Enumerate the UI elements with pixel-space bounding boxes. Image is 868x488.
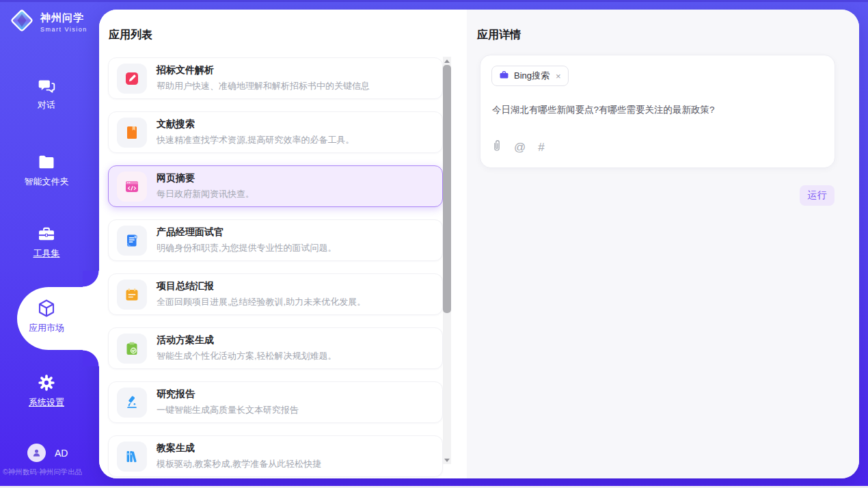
app-item-name: 产品经理面试官: [157, 226, 337, 239]
webpage-code-icon: [117, 172, 147, 202]
main-content-card: 应用列表 招标文件解析 帮助用户快速、准确地理解和解析招标书中的关键信息: [99, 10, 859, 478]
app-item-desc: 快速精准查找学术资源,提高研究效率的必备工具。: [157, 134, 355, 146]
app-item-name: 招标文件解析: [157, 64, 370, 77]
brand-diamond-icon: [9, 8, 35, 36]
app-list-title: 应用列表: [109, 28, 152, 42]
run-button[interactable]: 运行: [800, 185, 835, 206]
scroll-up-button[interactable]: [443, 57, 451, 65]
tag-close-icon[interactable]: ×: [556, 71, 561, 81]
app-window: 神州问学 Smart Vision 对话 智能文件夹: [0, 0, 868, 488]
user-account[interactable]: AD: [27, 444, 68, 462]
app-item-name: 研究报告: [157, 388, 299, 401]
brand-name: 神州问学: [40, 12, 87, 25]
sidebar-item-label: 智能文件夹: [0, 176, 93, 188]
sidebar-item-chat[interactable]: 对话: [0, 75, 93, 111]
composer-toolbar: @ #: [492, 139, 545, 155]
topic-icon[interactable]: #: [538, 141, 544, 153]
books-icon: [117, 442, 147, 472]
app-item-desc: 一键智能生成高质量长文本研究报告: [157, 404, 299, 416]
interview-doc-icon: [117, 226, 147, 256]
app-item-event-plan-generator[interactable]: 活动方案生成 智能生成个性化活动方案,轻松解决规划难题。: [108, 327, 443, 369]
app-detail-pane: 应用详情 Bing搜索 × 今日湖北有哪些新闻要点?有哪些需要关注的最新政策?: [467, 10, 859, 478]
prompt-text[interactable]: 今日湖北有哪些新闻要点?有哪些需要关注的最新政策?: [492, 103, 822, 117]
tool-tag-bing-search[interactable]: Bing搜索 ×: [491, 66, 569, 86]
sidebar-item-label: 对话: [0, 99, 93, 111]
app-item-name: 文献搜索: [157, 118, 355, 131]
brand-subtitle: Smart Vision: [40, 26, 87, 33]
mention-icon[interactable]: @: [514, 141, 526, 153]
folder-icon: [0, 152, 93, 172]
app-item-lesson-plan-generator[interactable]: 教案生成 模板驱动,教案秒成,教学准备从此轻松快捷: [108, 435, 443, 477]
app-item-webpage-summary[interactable]: 网页摘要 每日政府新闻资讯快查。: [108, 165, 443, 207]
app-market-cube-icon: [0, 298, 93, 318]
scroll-up-arrow-icon: [444, 59, 450, 63]
calendar-summary-icon: [117, 280, 147, 310]
window-top-edge: [0, 0, 868, 2]
app-item-name: 活动方案生成: [157, 334, 337, 347]
prompt-composer[interactable]: Bing搜索 × 今日湖北有哪些新闻要点?有哪些需要关注的最新政策? @ #: [480, 55, 835, 168]
app-item-desc: 明确身份和职责,为您提供专业性的面试问题。: [157, 242, 337, 254]
toolbox-icon: [0, 223, 93, 244]
tool-tag-label: Bing搜索: [514, 70, 550, 82]
app-item-desc: 每日政府新闻资讯快查。: [157, 188, 254, 200]
briefcase-icon: [499, 70, 509, 83]
sidebar-item-label: 工具集: [0, 247, 93, 260]
app-item-desc: 全面回顾项目进展,总结经验教训,助力未来优化发展。: [157, 296, 366, 308]
app-item-desc: 智能生成个性化活动方案,轻松解决规划难题。: [157, 350, 337, 362]
document-edit-icon: [117, 64, 147, 94]
app-list: 招标文件解析 帮助用户快速、准确地理解和解析招标书中的关键信息 文献搜索 快速精…: [108, 57, 443, 478]
chat-icon: [0, 75, 93, 96]
sidebar-item-app-market[interactable]: 应用市场: [0, 298, 93, 334]
app-item-desc: 模板驱动,教案秒成,教学准备从此轻松快捷: [157, 458, 321, 470]
research-icon: [117, 388, 147, 418]
book-icon: [117, 118, 147, 148]
gear-icon: [0, 372, 93, 393]
copyright-footer: ©神州数码·神州问学出品: [3, 467, 98, 477]
app-item-name: 网页摘要: [157, 172, 254, 185]
app-item-literature-search[interactable]: 文献搜索 快速精准查找学术资源,提高研究效率的必备工具。: [108, 111, 443, 153]
user-name: AD: [55, 448, 68, 459]
sidebar-active-fillet-bottom: [83, 350, 99, 366]
app-item-name: 教案生成: [157, 442, 321, 455]
app-item-research-report[interactable]: 研究报告 一键智能生成高质量长文本研究报告: [108, 381, 443, 423]
app-item-pm-interviewer[interactable]: 产品经理面试官 明确身份和职责,为您提供专业性的面试问题。: [108, 219, 443, 261]
brand-logo: 神州问学 Smart Vision: [9, 8, 87, 36]
app-detail-title: 应用详情: [477, 28, 521, 42]
sidebar-active-fillet-top: [83, 271, 99, 287]
app-item-bid-document-analysis[interactable]: 招标文件解析 帮助用户快速、准确地理解和解析招标书中的关键信息: [108, 57, 443, 99]
sidebar-item-toolbox[interactable]: 工具集: [0, 223, 93, 260]
avatar: [27, 444, 46, 462]
app-item-desc: 帮助用户快速、准确地理解和解析招标书中的关键信息: [157, 80, 370, 92]
app-list-scrollbar[interactable]: [443, 57, 451, 464]
attachment-icon[interactable]: [492, 139, 502, 155]
sidebar-item-smart-folder[interactable]: 智能文件夹: [0, 152, 93, 188]
scroll-down-arrow-icon: [444, 459, 450, 462]
scrollbar-thumb[interactable]: [443, 65, 451, 313]
app-list-pane: 应用列表 招标文件解析 帮助用户快速、准确地理解和解析招标书中的关键信息: [99, 10, 467, 478]
clipboard-check-icon: [117, 334, 147, 364]
app-item-name: 项目总结汇报: [157, 280, 366, 293]
scroll-down-button[interactable]: [443, 456, 451, 464]
sidebar-item-label: 应用市场: [0, 322, 93, 334]
app-item-project-summary[interactable]: 项目总结汇报 全面回顾项目进展,总结经验教训,助力未来优化发展。: [108, 273, 443, 315]
sidebar-item-label: 系统设置: [0, 396, 93, 409]
sidebar-item-settings[interactable]: 系统设置: [0, 372, 93, 409]
